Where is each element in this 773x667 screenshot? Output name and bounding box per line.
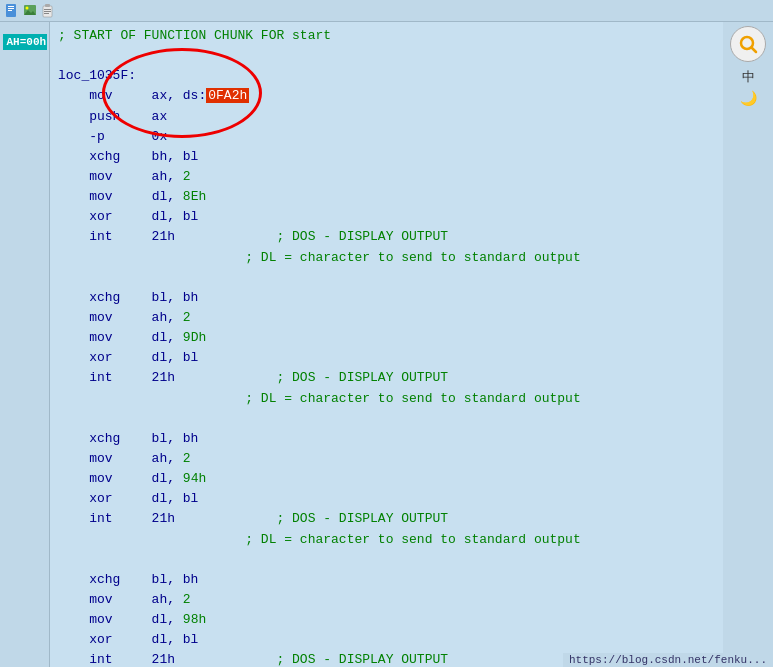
theme-toggle-button[interactable]: 🌙 xyxy=(740,90,757,107)
status-url: https://blog.csdn.net/fenku... xyxy=(569,654,767,666)
mov-dl-94h: mov dl, 94h xyxy=(58,469,715,489)
xchg-bl-bh-2: xchg bl, bh xyxy=(58,288,715,308)
svg-rect-9 xyxy=(44,9,51,10)
blank-4 xyxy=(58,550,715,570)
file-icon[interactable] xyxy=(4,4,20,18)
mov-ah-2-1: mov ah, 2 xyxy=(58,167,715,187)
right-panel: 中 🌙 xyxy=(723,22,773,667)
comment-dl-2: ; DL = character to send to standard out… xyxy=(58,389,715,409)
svg-line-13 xyxy=(752,48,757,53)
xchg-bh-bl-1: xchg bh, bl xyxy=(58,147,715,167)
int-21h-3: int 21h ; DOS - DISPLAY OUTPUT xyxy=(58,509,715,529)
int-21h-1: int 21h ; DOS - DISPLAY OUTPUT xyxy=(58,227,715,247)
comment-dl-1: ; DL = character to send to standard out… xyxy=(58,248,715,268)
blank-3 xyxy=(58,409,715,429)
blank-1 xyxy=(58,46,715,66)
svg-point-5 xyxy=(26,6,29,9)
main-container: AH=00h ; START OF FUNCTION CHUNK FOR sta… xyxy=(0,22,773,667)
image-icon[interactable] xyxy=(22,4,38,18)
comment-dl-3: ; DL = character to send to standard out… xyxy=(58,530,715,550)
code-panel[interactable]: ; START OF FUNCTION CHUNK FOR start loc_… xyxy=(50,22,723,667)
search-button[interactable] xyxy=(730,26,766,62)
xor-dl-bl-2: xor dl, bl xyxy=(58,348,715,368)
ah-badge: AH=00h xyxy=(3,34,47,50)
svg-rect-3 xyxy=(8,10,12,11)
mov-ah-2-4: mov ah, 2 xyxy=(58,590,715,610)
clipboard-icon[interactable] xyxy=(40,4,56,18)
cp-0x: -p 0x xyxy=(58,127,715,147)
mov-dl-9dh: mov dl, 9Dh xyxy=(58,328,715,348)
left-panel: AH=00h xyxy=(0,22,50,667)
code-comment-start: ; START OF FUNCTION CHUNK FOR start xyxy=(58,26,715,46)
svg-rect-10 xyxy=(44,11,51,12)
svg-rect-2 xyxy=(8,8,14,9)
status-bar: https://blog.csdn.net/fenku... xyxy=(563,653,773,667)
blank-2 xyxy=(58,268,715,288)
mov-dl-8eh: mov dl, 8Eh xyxy=(58,187,715,207)
label-loc: loc_1035F: xyxy=(58,66,715,86)
xchg-bl-bh-3: xchg bl, bh xyxy=(58,429,715,449)
push-ax: push ax xyxy=(58,107,715,127)
int-21h-2: int 21h ; DOS - DISPLAY OUTPUT xyxy=(58,368,715,388)
mov-ax-ds: mov ax, ds:0FA2h xyxy=(58,86,715,106)
language-button[interactable]: 中 xyxy=(742,68,755,86)
svg-rect-8 xyxy=(45,4,50,7)
xor-dl-bl-4: xor dl, bl xyxy=(58,630,715,650)
svg-rect-1 xyxy=(8,6,14,7)
mov-dl-98h: mov dl, 98h xyxy=(58,610,715,630)
toolbar xyxy=(0,0,773,22)
xor-dl-bl-3: xor dl, bl xyxy=(58,489,715,509)
mov-ah-2-3: mov ah, 2 xyxy=(58,449,715,469)
svg-rect-11 xyxy=(44,13,49,14)
toolbar-icons xyxy=(4,4,56,18)
mov-ah-2-2: mov ah, 2 xyxy=(58,308,715,328)
xchg-bl-bh-4: xchg bl, bh xyxy=(58,570,715,590)
xor-dl-bl-1: xor dl, bl xyxy=(58,207,715,227)
